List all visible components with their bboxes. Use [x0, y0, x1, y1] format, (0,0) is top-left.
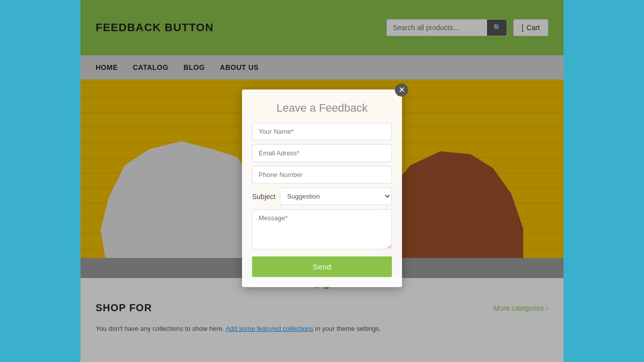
- subject-row: Subject Suggestion Bug Report Compliment…: [252, 188, 392, 205]
- main-content: FEEDBACK BUTTON 🔍 [ Cart HOME CATALOG BL…: [80, 0, 564, 362]
- send-button[interactable]: Send: [252, 256, 392, 277]
- phone-input[interactable]: [252, 166, 392, 184]
- name-input[interactable]: [252, 123, 392, 140]
- subject-label: Subject: [252, 193, 276, 201]
- subject-select[interactable]: Suggestion Bug Report Compliment Other: [280, 188, 392, 205]
- modal-overlay: ✕ Leave a Feedback Subject Suggestion Bu…: [80, 0, 564, 362]
- email-input[interactable]: [252, 144, 392, 162]
- feedback-modal: ✕ Leave a Feedback Subject Suggestion Bu…: [242, 89, 402, 287]
- message-textarea[interactable]: [252, 209, 392, 249]
- modal-title: Leave a Feedback: [252, 102, 392, 115]
- modal-close-button[interactable]: ✕: [395, 83, 408, 97]
